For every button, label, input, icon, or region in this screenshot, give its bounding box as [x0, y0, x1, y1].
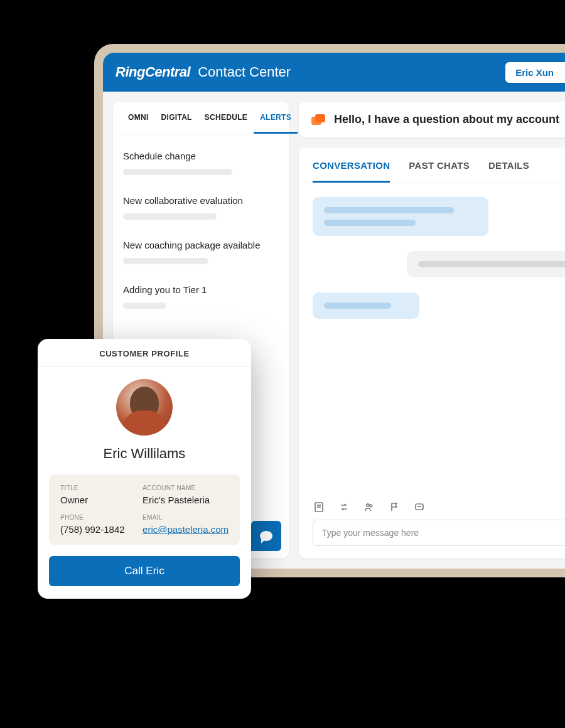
alert-title: New coaching package available — [123, 240, 279, 250]
field-email: EMAIL eric@pasteleria.com — [143, 514, 229, 535]
field-account: ACCOUNT NAME Eric's Pasteleria — [143, 484, 229, 505]
alert-list: Schedule change New collaborative evalua… — [113, 134, 289, 325]
conversation-panel: CONVERSATION PAST CHATS DETAILS — [299, 147, 565, 559]
brand-area: RingCentral Contact Center — [116, 64, 291, 80]
field-label: PHONE — [60, 514, 136, 521]
message-toolbar — [313, 500, 565, 520]
tab-digital[interactable]: DIGITAL — [155, 102, 198, 134]
conversation-subject-card: Hello, I have a question about my accoun… — [299, 102, 565, 137]
quick-response-icon[interactable] — [414, 502, 424, 512]
brand-logo: RingCentral — [116, 64, 190, 80]
field-value: Owner — [60, 495, 136, 505]
alert-title: Schedule change — [123, 151, 279, 161]
field-label: ACCOUNT NAME — [143, 484, 229, 491]
conversation-tabs: CONVERSATION PAST CHATS DETAILS — [299, 147, 565, 183]
field-label: EMAIL — [143, 514, 229, 521]
sidebar-tabs: OMNI DIGITAL SCHEDULE ALERTS — [113, 102, 289, 134]
main-column: Hello, I have a question about my accoun… — [299, 102, 565, 559]
skeleton-line — [324, 302, 391, 309]
tab-alerts[interactable]: ALERTS — [254, 102, 298, 134]
call-button[interactable]: Call Eric — [49, 556, 240, 586]
profile-heading: CUSTOMER PROFILE — [38, 339, 251, 367]
avatar-container — [38, 367, 251, 441]
svg-point-4 — [370, 505, 372, 507]
svg-point-3 — [367, 504, 369, 506]
user-name-label: Eric Xun — [515, 67, 554, 78]
tab-schedule[interactable]: SCHEDULE — [198, 102, 254, 134]
alert-item[interactable]: Schedule change — [123, 141, 279, 185]
alert-item[interactable]: Adding you to Tier 1 — [123, 274, 279, 319]
skeleton-line — [324, 207, 454, 213]
flag-icon[interactable] — [389, 502, 399, 512]
people-icon[interactable] — [364, 502, 374, 512]
chat-icon — [311, 114, 325, 126]
skeleton-line — [123, 302, 166, 309]
user-dropdown[interactable]: Eric Xun — [505, 62, 565, 83]
avatar — [116, 379, 173, 436]
profile-info-grid: TITLE Owner ACCOUNT NAME Eric's Pasteler… — [49, 474, 240, 545]
top-bar: RingCentral Contact Center Eric Xun — [103, 53, 565, 92]
alert-item[interactable]: New collaborative evaluation — [123, 185, 279, 230]
field-value: Eric's Pasteleria — [143, 495, 229, 505]
field-value: (758) 992-1842 — [60, 524, 136, 535]
skeleton-line — [123, 258, 208, 264]
tab-details[interactable]: DETAILS — [488, 147, 529, 183]
customer-name: Eric Willilams — [38, 441, 251, 474]
notes-icon[interactable] — [314, 502, 324, 512]
message-input[interactable]: Type your message here — [313, 520, 565, 546]
email-link[interactable]: eric@pasteleria.com — [143, 524, 229, 535]
message-bubble-incoming — [313, 197, 488, 236]
conversation-subject: Hello, I have a question about my accoun… — [334, 113, 559, 126]
field-title: TITLE Owner — [60, 484, 136, 505]
conversation-body — [299, 183, 565, 495]
alert-title: Adding you to Tier 1 — [123, 284, 279, 295]
alert-title: New collaborative evaluation — [123, 195, 279, 206]
chat-fab-button[interactable] — [251, 521, 281, 551]
message-bubble-incoming — [313, 292, 419, 319]
transfer-icon[interactable] — [339, 502, 349, 512]
product-title: Contact Center — [198, 64, 291, 80]
message-bubble-outgoing — [407, 251, 565, 277]
skeleton-line — [123, 169, 232, 175]
customer-profile-card: CUSTOMER PROFILE Eric Willilams TITLE Ow… — [38, 339, 251, 599]
tab-past-chats[interactable]: PAST CHATS — [409, 147, 470, 183]
tab-conversation[interactable]: CONVERSATION — [313, 147, 390, 183]
chat-bubble-icon — [260, 531, 272, 541]
alert-item[interactable]: New coaching package available — [123, 230, 279, 274]
skeleton-line — [123, 213, 217, 220]
tab-omni[interactable]: OMNI — [122, 102, 155, 134]
field-label: TITLE — [60, 484, 136, 491]
field-phone: PHONE (758) 992-1842 — [60, 514, 136, 535]
message-input-area: Type your message here — [299, 495, 565, 559]
skeleton-line — [418, 261, 565, 267]
skeleton-line — [324, 220, 416, 226]
